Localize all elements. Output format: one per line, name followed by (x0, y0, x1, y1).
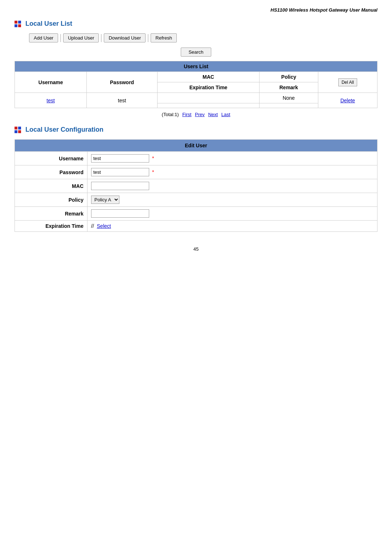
row-policy: None (260, 93, 318, 103)
toolbar-separator-2 (101, 34, 102, 42)
expiration-label: Expiration Time (15, 221, 87, 232)
policy-row: Policy Policy APolicy BPolicy C (15, 193, 377, 207)
users-list-table: Users List Username Password MAC Policy … (15, 61, 377, 108)
edit-user-table: Edit User Username * Password * MAC Poli… (15, 139, 377, 232)
username-row: Username * (15, 152, 377, 165)
users-list-header: Users List (15, 61, 377, 72)
col-username-header: Username (15, 72, 87, 93)
pagination-next[interactable]: Next (208, 112, 218, 117)
col-mac-header: MAC (157, 72, 259, 82)
password-row: Password * (15, 165, 377, 179)
table-row: test test None Delete (15, 93, 377, 103)
local-user-list-label: Local User List (25, 20, 72, 28)
local-user-list-title: Local User List (15, 20, 377, 28)
username-label: Username (15, 152, 87, 165)
mac-label: MAC (15, 179, 87, 193)
svg-rect-2 (15, 24, 17, 27)
col-expiration-header: Expiration Time (157, 82, 259, 93)
mac-field-cell (87, 179, 377, 193)
svg-rect-1 (18, 21, 21, 24)
page-number: 45 (15, 246, 377, 252)
del-all-button[interactable]: Del All (338, 78, 357, 86)
policy-label: Policy (15, 193, 87, 207)
pagination-first[interactable]: First (182, 112, 191, 117)
row-password: test (87, 93, 158, 108)
remark-input[interactable] (91, 209, 149, 218)
svg-rect-0 (15, 21, 17, 24)
svg-rect-4 (15, 127, 17, 130)
svg-rect-5 (18, 127, 21, 130)
username-input[interactable] (91, 154, 149, 163)
search-button[interactable]: Search (181, 48, 211, 57)
row-remark (260, 103, 318, 108)
pagination-prev[interactable]: Prev (195, 112, 205, 117)
mac-row: MAC (15, 179, 377, 193)
col-policy-header: Policy (260, 72, 318, 82)
remark-label: Remark (15, 207, 87, 221)
svg-rect-3 (18, 24, 21, 27)
row-delete[interactable]: Delete (318, 93, 377, 108)
expiration-row: Expiration Time // Select (15, 221, 377, 232)
expiration-select-link[interactable]: Select (97, 223, 111, 229)
col-password-header: Password (87, 72, 158, 93)
search-row: Search (15, 48, 377, 57)
refresh-button[interactable]: Refresh (151, 33, 177, 42)
policy-select[interactable]: Policy APolicy BPolicy C (91, 196, 119, 204)
page-header: HS1100 Wireless Hotspot Gateway User Man… (15, 7, 377, 13)
row-username[interactable]: test (15, 93, 87, 108)
edit-user-header: Edit User (15, 140, 377, 152)
pagination: (Total:1) First Prev Next Last (15, 112, 377, 117)
remark-field-cell (87, 207, 377, 221)
add-user-button[interactable]: Add User (29, 33, 58, 42)
expiration-value: // (91, 223, 94, 229)
username-field-cell: * (87, 152, 377, 165)
svg-rect-7 (18, 130, 21, 133)
row-mac (157, 93, 259, 103)
local-user-config-icon (15, 127, 21, 133)
username-required: * (152, 155, 154, 161)
svg-rect-6 (15, 130, 17, 133)
pagination-last[interactable]: Last (221, 112, 230, 117)
mac-input[interactable] (91, 182, 149, 190)
col-remark-header: Remark (260, 82, 318, 93)
password-label: Password (15, 165, 87, 179)
total-count: (Total:1) (162, 112, 179, 117)
toolbar: Add User Upload User Download User Refre… (29, 33, 377, 42)
expiration-field-cell: // Select (87, 221, 377, 232)
password-required: * (152, 169, 154, 175)
local-user-config-title: Local User Configuration (15, 126, 377, 134)
password-input[interactable] (91, 168, 149, 176)
policy-field-cell: Policy APolicy BPolicy C (87, 193, 377, 207)
download-user-button[interactable]: Download User (104, 33, 146, 42)
row-expiration (157, 103, 259, 108)
toolbar-separator-3 (148, 34, 148, 42)
toolbar-separator-1 (60, 34, 61, 42)
local-user-config-label: Local User Configuration (25, 126, 103, 134)
del-all-cell: Del All (318, 72, 377, 93)
upload-user-button[interactable]: Upload User (63, 33, 99, 42)
local-user-list-icon (15, 21, 21, 27)
expiration-cell: // Select (91, 223, 373, 229)
remark-row: Remark (15, 207, 377, 221)
password-field-cell: * (87, 165, 377, 179)
